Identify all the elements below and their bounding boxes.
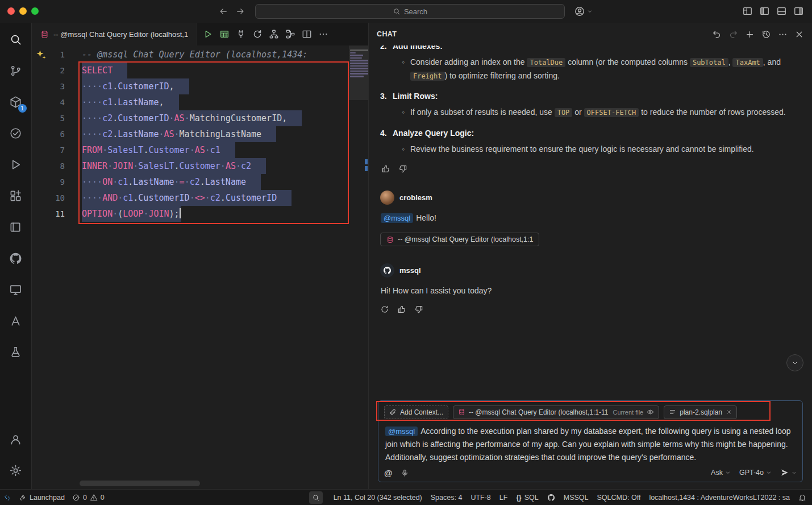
close-window-button[interactable]: [7, 7, 15, 15]
token: AS: [195, 145, 205, 155]
indentation[interactable]: Spaces: 4: [431, 494, 463, 502]
context-chip-add[interactable]: Add Context...: [384, 405, 448, 419]
new-chat-icon[interactable]: [745, 30, 755, 39]
token: AS: [174, 113, 185, 123]
context-chip-plan[interactable]: plan-2.sqlplan: [664, 405, 737, 419]
activity-item-database-projects[interactable]: 1: [3, 90, 28, 114]
sqlcmd[interactable]: SQLCMD: Off: [597, 494, 641, 502]
editor[interactable]: 1-- @mssql Chat Query Editor (localhost,…: [32, 45, 368, 489]
notifications[interactable]: [798, 494, 806, 502]
code-line[interactable]: 8INNER·JOIN·SalesLT.Customer·AS·c2: [32, 158, 351, 174]
microphone-icon[interactable]: [401, 469, 409, 477]
chat-history-icon[interactable]: [761, 30, 771, 39]
activity-item-source-control[interactable]: [3, 59, 28, 82]
chat-input-text[interactable]: @mssqlAccording to the execution plan sh…: [385, 425, 796, 464]
code-line[interactable]: 6····c2.LastName·AS·MatchingLastName: [32, 126, 351, 142]
regenerate-icon[interactable]: [380, 305, 389, 314]
language-mode[interactable]: {}SQL: [516, 494, 538, 502]
redo-icon[interactable]: [728, 30, 738, 39]
toggle-panel-icon[interactable]: [776, 6, 787, 16]
activity-item-azure[interactable]: [3, 309, 28, 333]
toggle-connection-icon[interactable]: [236, 29, 246, 39]
close-panel-icon[interactable]: [794, 30, 804, 39]
token: ON: [102, 177, 113, 187]
activity-item-extensions[interactable]: [3, 184, 28, 208]
copilot[interactable]: [547, 494, 555, 502]
activity-item-documentation[interactable]: [3, 215, 28, 239]
thumbs-down-icon[interactable]: [398, 164, 407, 173]
token: ····: [82, 97, 102, 107]
navigate-back-icon[interactable]: [218, 6, 228, 16]
code-line[interactable]: 5····c2.CustomerID·AS·MatchingCustomerID…: [32, 110, 351, 126]
command-center-search[interactable]: Search: [255, 4, 565, 19]
navigate-forward-icon[interactable]: [235, 6, 245, 16]
connection[interactable]: localhost,1434 : AdventureWorksLT2022 : …: [649, 494, 790, 502]
thumbs-down-icon[interactable]: [414, 305, 423, 314]
more-actions-icon[interactable]: [318, 29, 328, 39]
chip-close-icon[interactable]: [726, 409, 732, 415]
open-results-icon[interactable]: [219, 29, 230, 39]
activity-item-github[interactable]: [3, 246, 28, 270]
query-plan-icon[interactable]: [285, 29, 295, 39]
toggle-secondary-sidebar-icon[interactable]: [793, 6, 804, 16]
activity-item-search[interactable]: [3, 27, 28, 51]
horizontal-scrollbar[interactable]: [80, 481, 200, 486]
activity-item-run-debug[interactable]: [3, 152, 28, 176]
code-line[interactable]: 1-- @mssql Chat Query Editor (localhost,…: [32, 47, 351, 63]
editor-actions: [197, 23, 334, 45]
code-line[interactable]: 4····c1.LastName,: [32, 94, 351, 110]
label: Ln 11, Col 20 (342 selected): [334, 494, 422, 502]
count: 0: [101, 494, 105, 502]
code-line[interactable]: 9····ON·c1.LastName·=·c2.LastName: [32, 174, 351, 190]
more-actions-icon[interactable]: [778, 30, 788, 39]
encoding[interactable]: UTF-8: [470, 494, 490, 502]
code-line[interactable]: 7FROM·SalesLT.Customer·AS·c1: [32, 142, 351, 158]
activity-item-testing[interactable]: [3, 121, 28, 145]
estimated-plan-icon[interactable]: [269, 29, 279, 39]
problems[interactable]: 00: [72, 494, 105, 502]
zoom-window-button[interactable]: [31, 7, 39, 15]
minimize-window-button[interactable]: [19, 7, 27, 15]
activity-item-settings[interactable]: [3, 458, 28, 482]
line-number: 9: [32, 174, 82, 190]
model-label: GPT-4o: [739, 469, 764, 477]
model-picker[interactable]: GPT-4o: [739, 469, 772, 477]
code-line[interactable]: 3····c1.CustomerID,: [32, 78, 351, 94]
accounts-menu[interactable]: [574, 6, 593, 17]
activity-item-sql-tools[interactable]: [3, 340, 28, 364]
code-line[interactable]: 10····AND·c1.CustomerID·<>·c2.CustomerID: [32, 190, 351, 206]
scroll-to-bottom-button[interactable]: [786, 354, 803, 371]
thumbs-up-icon[interactable]: [381, 164, 390, 173]
editor-tab[interactable]: -- @mssql Chat Query Editor (localhost,1: [32, 23, 197, 45]
mssql[interactable]: MSSQL: [564, 494, 589, 502]
mode-picker[interactable]: Ask: [711, 469, 731, 477]
mention-icon[interactable]: @: [384, 469, 393, 477]
eye-icon[interactable]: [647, 408, 654, 416]
undo-icon[interactable]: [712, 30, 722, 39]
activity-item-accounts[interactable]: [3, 427, 28, 451]
cursor-position[interactable]: Ln 11, Col 20 (342 selected): [334, 494, 422, 502]
launchpad[interactable]: Launchpad: [19, 494, 65, 502]
attached-file-pill[interactable]: -- @mssql Chat Query Editor (localhost,1…: [380, 233, 539, 246]
minimap[interactable]: [350, 48, 364, 78]
toggle-primary-sidebar-icon[interactable]: [759, 6, 770, 16]
context-chip-file[interactable]: -- @mssql Chat Query Editor (localhost,1…: [453, 405, 659, 419]
mention-chip[interactable]: @mssql: [381, 213, 413, 223]
remote-indicator[interactable]: [3, 494, 11, 502]
line-number: 11: [32, 206, 82, 222]
zoom-indicator[interactable]: [309, 491, 323, 504]
code-line[interactable]: 2SELECT: [32, 63, 351, 78]
split-editor-icon[interactable]: [302, 29, 312, 39]
activity-item-remote-explorer[interactable]: [3, 278, 28, 301]
customize-layout-icon[interactable]: [742, 6, 753, 16]
search-icon: [9, 33, 22, 46]
eol[interactable]: LF: [499, 494, 508, 502]
thumbs-up-icon[interactable]: [397, 305, 406, 314]
change-connection-icon[interactable]: [252, 29, 263, 39]
send-button[interactable]: [780, 468, 797, 477]
activity-bar-bottom: [3, 427, 28, 485]
user-message-text: Hello!: [416, 213, 436, 222]
run-query-icon[interactable]: [203, 29, 213, 39]
code-line[interactable]: 11OPTION·(LOOP·JOIN);: [32, 206, 351, 222]
code-area[interactable]: 1-- @mssql Chat Query Editor (localhost,…: [32, 47, 351, 222]
